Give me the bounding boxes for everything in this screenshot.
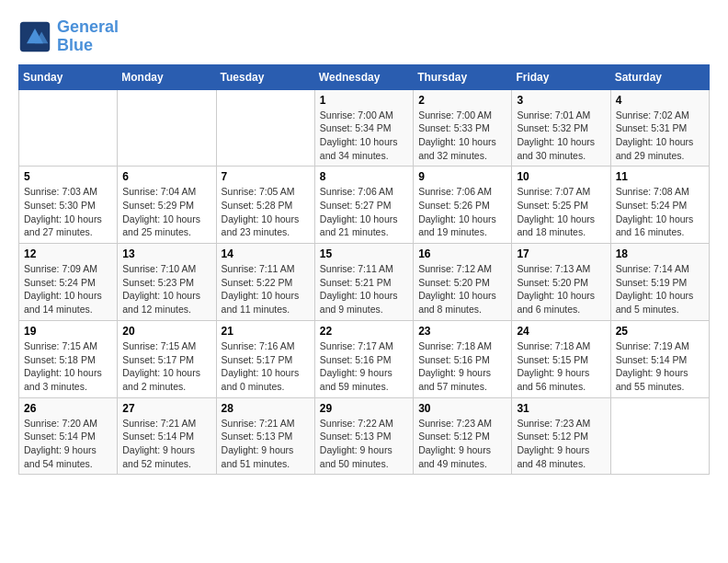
day-content: Sunrise: 7:17 AM Sunset: 5:16 PM Dayligh… (320, 339, 408, 394)
calendar-cell: 5Sunrise: 7:03 AM Sunset: 5:30 PM Daylig… (19, 167, 118, 244)
day-number: 11 (616, 170, 704, 183)
day-number: 3 (517, 94, 605, 107)
calendar-cell: 18Sunrise: 7:14 AM Sunset: 5:19 PM Dayli… (610, 244, 709, 321)
day-number: 7 (222, 170, 310, 183)
day-content: Sunrise: 7:00 AM Sunset: 5:33 PM Dayligh… (418, 109, 506, 163)
day-number: 17 (517, 247, 605, 260)
day-content: Sunrise: 7:08 AM Sunset: 5:24 PM Dayligh… (616, 185, 704, 239)
weekday-header: Friday (512, 64, 610, 89)
day-number: 6 (122, 170, 210, 183)
day-content: Sunrise: 7:15 AM Sunset: 5:17 PM Dayligh… (122, 339, 210, 394)
calendar-cell: 9Sunrise: 7:06 AM Sunset: 5:26 PM Daylig… (414, 167, 512, 244)
day-number: 16 (418, 247, 506, 260)
day-content: Sunrise: 7:15 AM Sunset: 5:18 PM Dayligh… (24, 339, 112, 394)
day-number: 12 (24, 247, 112, 260)
weekday-header: Thursday (414, 64, 512, 89)
calendar-week-row: 19Sunrise: 7:15 AM Sunset: 5:18 PM Dayli… (19, 320, 710, 397)
day-number: 26 (24, 402, 112, 415)
calendar-week-row: 1Sunrise: 7:00 AM Sunset: 5:34 PM Daylig… (19, 89, 710, 167)
day-content: Sunrise: 7:00 AM Sunset: 5:34 PM Dayligh… (320, 109, 408, 163)
day-number: 21 (222, 325, 310, 338)
calendar-cell: 15Sunrise: 7:11 AM Sunset: 5:21 PM Dayli… (314, 244, 413, 321)
day-number: 28 (222, 402, 310, 415)
calendar-cell: 24Sunrise: 7:18 AM Sunset: 5:15 PM Dayli… (512, 320, 610, 397)
day-number: 9 (418, 170, 506, 183)
day-content: Sunrise: 7:09 AM Sunset: 5:24 PM Dayligh… (24, 262, 112, 316)
calendar-cell: 16Sunrise: 7:12 AM Sunset: 5:20 PM Dayli… (414, 244, 512, 321)
day-number: 15 (320, 247, 408, 260)
day-content: Sunrise: 7:21 AM Sunset: 5:14 PM Dayligh… (122, 417, 210, 471)
day-content: Sunrise: 7:22 AM Sunset: 5:13 PM Dayligh… (320, 417, 408, 471)
calendar-cell: 19Sunrise: 7:15 AM Sunset: 5:18 PM Dayli… (19, 320, 118, 397)
day-content: Sunrise: 7:23 AM Sunset: 5:12 PM Dayligh… (418, 417, 506, 471)
calendar-cell: 20Sunrise: 7:15 AM Sunset: 5:17 PM Dayli… (118, 320, 216, 397)
calendar-cell: 3Sunrise: 7:01 AM Sunset: 5:32 PM Daylig… (512, 89, 610, 167)
day-content: Sunrise: 7:18 AM Sunset: 5:15 PM Dayligh… (517, 339, 605, 394)
calendar-cell: 11Sunrise: 7:08 AM Sunset: 5:24 PM Dayli… (610, 167, 709, 244)
day-number: 29 (320, 402, 408, 415)
calendar-cell: 10Sunrise: 7:07 AM Sunset: 5:25 PM Dayli… (512, 167, 610, 244)
day-content: Sunrise: 7:03 AM Sunset: 5:30 PM Dayligh… (24, 185, 112, 239)
day-number: 22 (320, 325, 408, 338)
day-number: 14 (222, 247, 310, 260)
calendar-cell: 25Sunrise: 7:19 AM Sunset: 5:14 PM Dayli… (610, 320, 709, 397)
calendar-cell: 4Sunrise: 7:02 AM Sunset: 5:31 PM Daylig… (610, 89, 709, 167)
calendar-cell: 21Sunrise: 7:16 AM Sunset: 5:17 PM Dayli… (216, 320, 314, 397)
day-content: Sunrise: 7:11 AM Sunset: 5:22 PM Dayligh… (222, 262, 310, 316)
day-content: Sunrise: 7:12 AM Sunset: 5:20 PM Dayligh… (418, 262, 506, 316)
calendar-cell: 7Sunrise: 7:05 AM Sunset: 5:28 PM Daylig… (216, 167, 314, 244)
calendar-cell: 17Sunrise: 7:13 AM Sunset: 5:20 PM Dayli… (512, 244, 610, 321)
calendar-cell: 26Sunrise: 7:20 AM Sunset: 5:14 PM Dayli… (19, 397, 118, 475)
day-content: Sunrise: 7:06 AM Sunset: 5:27 PM Dayligh… (320, 185, 408, 239)
day-number: 19 (24, 325, 112, 338)
calendar-week-row: 5Sunrise: 7:03 AM Sunset: 5:30 PM Daylig… (19, 167, 710, 244)
weekday-header: Saturday (610, 64, 709, 89)
day-number: 24 (517, 325, 605, 338)
calendar-cell: 22Sunrise: 7:17 AM Sunset: 5:16 PM Dayli… (314, 320, 413, 397)
logo-icon (18, 20, 51, 53)
calendar-cell: 13Sunrise: 7:10 AM Sunset: 5:23 PM Dayli… (118, 244, 216, 321)
day-number: 25 (616, 325, 704, 338)
day-content: Sunrise: 7:16 AM Sunset: 5:17 PM Dayligh… (222, 339, 310, 394)
day-content: Sunrise: 7:13 AM Sunset: 5:20 PM Dayligh… (517, 262, 605, 316)
logo-text: General Blue (57, 18, 119, 55)
calendar-cell: 1Sunrise: 7:00 AM Sunset: 5:34 PM Daylig… (314, 89, 413, 167)
day-content: Sunrise: 7:23 AM Sunset: 5:12 PM Dayligh… (517, 417, 605, 471)
calendar-cell: 28Sunrise: 7:21 AM Sunset: 5:13 PM Dayli… (216, 397, 314, 475)
day-number: 10 (517, 170, 605, 183)
day-number: 18 (616, 247, 704, 260)
weekday-header: Monday (118, 64, 216, 89)
day-content: Sunrise: 7:07 AM Sunset: 5:25 PM Dayligh… (517, 185, 605, 239)
calendar-cell (216, 89, 314, 167)
page-header: General Blue (18, 18, 710, 55)
calendar-cell: 2Sunrise: 7:00 AM Sunset: 5:33 PM Daylig… (414, 89, 512, 167)
weekday-header: Tuesday (216, 64, 314, 89)
day-number: 20 (122, 325, 210, 338)
day-content: Sunrise: 7:05 AM Sunset: 5:28 PM Dayligh… (222, 185, 310, 239)
weekday-header: Wednesday (314, 64, 413, 89)
day-content: Sunrise: 7:01 AM Sunset: 5:32 PM Dayligh… (517, 109, 605, 163)
day-content: Sunrise: 7:19 AM Sunset: 5:14 PM Dayligh… (616, 339, 704, 394)
day-content: Sunrise: 7:18 AM Sunset: 5:16 PM Dayligh… (418, 339, 506, 394)
calendar-cell: 14Sunrise: 7:11 AM Sunset: 5:22 PM Dayli… (216, 244, 314, 321)
calendar-cell: 31Sunrise: 7:23 AM Sunset: 5:12 PM Dayli… (512, 397, 610, 475)
logo: General Blue (18, 18, 119, 55)
calendar-week-row: 26Sunrise: 7:20 AM Sunset: 5:14 PM Dayli… (19, 397, 710, 475)
day-number: 23 (418, 325, 506, 338)
day-content: Sunrise: 7:06 AM Sunset: 5:26 PM Dayligh… (418, 185, 506, 239)
calendar-cell (610, 397, 709, 475)
calendar-cell: 8Sunrise: 7:06 AM Sunset: 5:27 PM Daylig… (314, 167, 413, 244)
day-number: 4 (616, 94, 704, 107)
calendar-cell: 30Sunrise: 7:23 AM Sunset: 5:12 PM Dayli… (414, 397, 512, 475)
day-content: Sunrise: 7:11 AM Sunset: 5:21 PM Dayligh… (320, 262, 408, 316)
day-number: 2 (418, 94, 506, 107)
calendar-cell (118, 89, 216, 167)
calendar-cell: 27Sunrise: 7:21 AM Sunset: 5:14 PM Dayli… (118, 397, 216, 475)
calendar-week-row: 12Sunrise: 7:09 AM Sunset: 5:24 PM Dayli… (19, 244, 710, 321)
day-content: Sunrise: 7:04 AM Sunset: 5:29 PM Dayligh… (122, 185, 210, 239)
weekday-header: Sunday (19, 64, 118, 89)
calendar-header: SundayMondayTuesdayWednesdayThursdayFrid… (19, 64, 710, 89)
calendar-cell: 6Sunrise: 7:04 AM Sunset: 5:29 PM Daylig… (118, 167, 216, 244)
calendar-cell: 12Sunrise: 7:09 AM Sunset: 5:24 PM Dayli… (19, 244, 118, 321)
day-content: Sunrise: 7:21 AM Sunset: 5:13 PM Dayligh… (222, 417, 310, 471)
